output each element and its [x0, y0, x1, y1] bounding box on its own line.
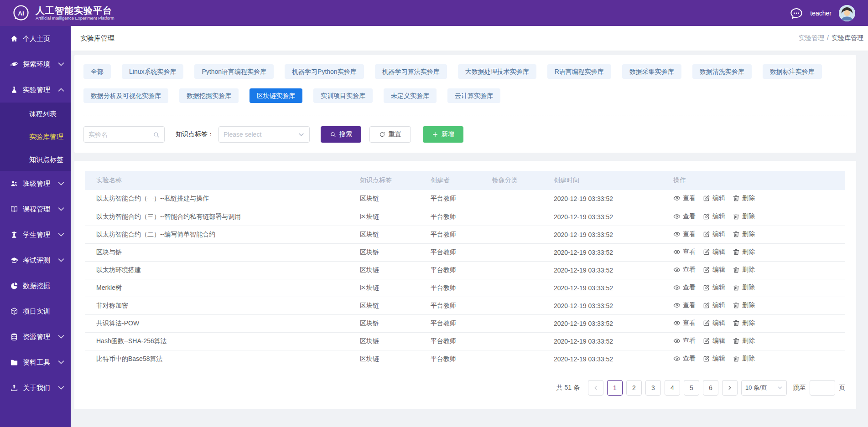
trash-action-button[interactable]: 删除 [733, 319, 755, 327]
eye-action-button[interactable]: 查看 [673, 212, 696, 221]
trash-action-button[interactable]: 删除 [733, 212, 755, 221]
sidebar: 个人主页探索环境实验管理课程列表实验库管理知识点标签班级管理课程管理学生管理考试… [0, 26, 71, 427]
edit-action-button[interactable]: 编辑 [703, 212, 725, 221]
filter-tag[interactable]: 实训项目实验库 [313, 88, 373, 103]
eye-action-button[interactable]: 查看 [673, 355, 696, 363]
pagination-page-2[interactable]: 2 [626, 380, 642, 396]
eye-action-button[interactable]: 查看 [673, 194, 696, 202]
trash-action-button[interactable]: 删除 [733, 266, 755, 274]
filter-tag[interactable]: 数据挖掘实验库 [179, 88, 239, 103]
sidebar-item-experiment[interactable]: 实验管理 [0, 77, 71, 103]
eye-action-button[interactable]: 查看 [673, 230, 696, 238]
edit-action-button[interactable]: 编辑 [703, 266, 725, 274]
eye-action-button[interactable]: 查看 [673, 337, 696, 345]
trash-action-button[interactable]: 删除 [733, 230, 755, 238]
image-category [487, 279, 548, 297]
experiment-name: 非对称加密 [85, 297, 354, 314]
creator: 平台教师 [425, 297, 487, 314]
sidebar-subitem-实验库管理[interactable]: 实验库管理 [0, 125, 71, 148]
experiment-name-input[interactable] [88, 131, 143, 138]
eye-action-button[interactable]: 查看 [673, 301, 696, 309]
reset-button[interactable]: 重置 [369, 126, 411, 143]
action-label: 查看 [683, 301, 696, 309]
sidebar-item-datamining[interactable]: 数据挖掘 [0, 273, 71, 298]
page-title: 实验库管理 [80, 34, 114, 43]
eye-action-button[interactable]: 查看 [673, 248, 696, 256]
edit-action-button[interactable]: 编辑 [703, 194, 725, 202]
edit-action-button[interactable]: 编辑 [703, 355, 725, 363]
filter-tag[interactable]: R语言编程实验库 [547, 64, 611, 79]
sidebar-item-tools[interactable]: 资料工具 [0, 350, 71, 375]
sidebar-subitem-课程列表[interactable]: 课程列表 [0, 103, 71, 125]
edit-icon [703, 231, 710, 238]
messages-icon[interactable] [790, 7, 803, 20]
sidebar-item-explore[interactable]: 探索环境 [0, 51, 71, 77]
edit-action-button[interactable]: 编辑 [703, 230, 725, 238]
image-category [487, 243, 548, 261]
filter-tag[interactable]: 数据采集实验库 [622, 64, 681, 79]
row-actions: 查看编辑删除 [668, 350, 845, 368]
edit-action-button[interactable]: 编辑 [703, 319, 725, 327]
trash-action-button[interactable]: 删除 [733, 248, 755, 256]
filter-tag[interactable]: 未定义实验库 [384, 88, 437, 103]
pagination-page-5[interactable]: 5 [684, 380, 699, 396]
sidebar-item-course[interactable]: 课程管理 [0, 196, 71, 222]
trash-action-button[interactable]: 删除 [733, 337, 755, 345]
sidebar-item-about[interactable]: 关于我们 [0, 375, 71, 401]
eye-action-button[interactable]: 查看 [673, 319, 696, 327]
filter-tag[interactable]: 区块链实验库 [249, 88, 302, 103]
filter-tag[interactable]: 数据清洗实验库 [692, 64, 752, 79]
filter-tag[interactable]: 全部 [83, 64, 111, 79]
filter-tag[interactable]: 数据分析及可视化实验库 [83, 88, 168, 103]
book-icon [10, 205, 18, 213]
trash-action-button[interactable]: 删除 [733, 355, 755, 363]
filter-tag[interactable]: 大数据处理技术实验库 [458, 64, 536, 79]
avatar[interactable] [839, 5, 855, 21]
filter-tag[interactable]: 机器学习Python实验库 [285, 64, 364, 79]
home-icon [10, 35, 18, 43]
filter-tag[interactable]: 云计算实验库 [447, 88, 500, 103]
knowledge-tag-select[interactable]: Please select [218, 126, 310, 143]
sidebar-item-student[interactable]: 学生管理 [0, 222, 71, 247]
jump-page-input[interactable] [810, 380, 835, 396]
sidebar-item-home[interactable]: 个人主页 [0, 26, 71, 51]
filter-tag[interactable]: 机器学习算法实验库 [375, 64, 447, 79]
sidebar-item-exam[interactable]: 考试评测 [0, 247, 71, 273]
username[interactable]: teacher [810, 10, 832, 17]
sidebar-item-label: 学生管理 [23, 231, 57, 239]
breadcrumb-separator: / [827, 34, 829, 42]
filter-tag[interactable]: Linux系统实验库 [122, 64, 183, 79]
planet-icon [10, 60, 18, 68]
edit-action-button[interactable]: 编辑 [703, 283, 725, 292]
pagination-prev-button[interactable] [588, 380, 603, 396]
trash-action-button[interactable]: 删除 [733, 301, 755, 309]
sidebar-item-class[interactable]: 班级管理 [0, 171, 71, 196]
edit-action-button[interactable]: 编辑 [703, 337, 725, 345]
page-size-select[interactable]: 10 条/页 [741, 380, 787, 396]
pagination-page-3[interactable]: 3 [645, 380, 661, 396]
filter-tag[interactable]: 数据标注实验库 [763, 64, 822, 79]
sidebar-subitem-知识点标签[interactable]: 知识点标签 [0, 148, 71, 171]
trash-action-button[interactable]: 删除 [733, 194, 755, 202]
filter-tag[interactable]: Python语言编程实验库 [194, 64, 274, 79]
jump-prefix-label: 跳至 [793, 384, 806, 392]
pagination-page-1[interactable]: 1 [607, 380, 623, 396]
pagination-page-4[interactable]: 4 [665, 380, 680, 396]
pagination-next-button[interactable] [722, 380, 738, 396]
eye-action-button[interactable]: 查看 [673, 283, 696, 292]
row-actions: 查看编辑删除 [668, 243, 845, 261]
edit-action-button[interactable]: 编辑 [703, 301, 725, 309]
experiment-name: 以太坊智能合约（二）--编写简单智能合约 [85, 226, 354, 243]
add-button[interactable]: 新增 [423, 126, 463, 143]
sidebar-item-resource[interactable]: 资源管理 [0, 324, 71, 350]
sidebar-item-project[interactable]: 项目实训 [0, 298, 71, 324]
trash-action-button[interactable]: 删除 [733, 283, 755, 292]
search-button[interactable]: 搜索 [321, 126, 361, 143]
edit-action-button[interactable]: 编辑 [703, 248, 725, 256]
experiment-name-field[interactable] [83, 126, 165, 143]
action-label: 删除 [742, 266, 755, 274]
breadcrumb-parent[interactable]: 实验管理 [799, 34, 824, 42]
table-row: 以太坊智能合约（一）--私链搭建与操作区块链平台教师2020-12-19 03:… [85, 190, 845, 208]
eye-action-button[interactable]: 查看 [673, 266, 696, 274]
pagination-page-6[interactable]: 6 [703, 380, 718, 396]
